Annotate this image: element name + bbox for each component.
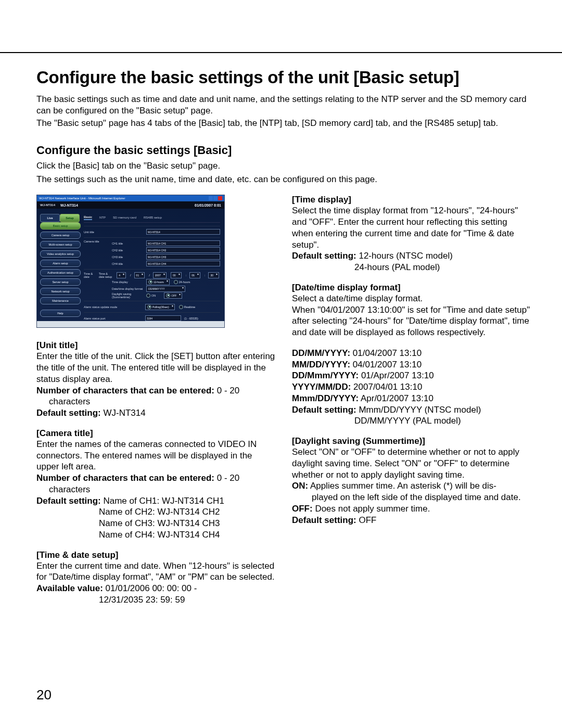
sidebar-item-maint[interactable]: Maintenance (40, 297, 81, 304)
main-panel: Basic NTP SD memory card RS485 setup Uni… (84, 214, 220, 328)
radio-realtime[interactable]: Realtime (179, 305, 196, 309)
sidebar-item-va[interactable]: Video analytics setup (40, 250, 81, 258)
heading-dst: [Daylight saving (Summertime)] (292, 436, 531, 446)
sidebar-item-auth[interactable]: Authentication setup (40, 269, 81, 276)
radio-24h[interactable]: 24-hours (174, 280, 190, 284)
radio-12h[interactable]: 12-hours (146, 279, 170, 285)
text-camera-default: Default setting: Name of CH1: WJ-NT314 C… (36, 495, 275, 507)
sel-year[interactable]: 2007 (153, 272, 167, 278)
sidebar-item-network[interactable]: Network setup (40, 288, 81, 295)
text-time-display: Select the time display format from "12-… (292, 205, 531, 250)
text-unit-title: Enter the title of the unit. Click the [… (36, 351, 275, 385)
intro-p2: The "Basic setup" page has 4 tabs of the… (36, 118, 531, 129)
label-ch1: CH1 title (112, 242, 143, 245)
main-tab-sd[interactable]: SD memory card (113, 216, 136, 219)
left-column: WJ-NT314 Network Interface Unit - Micros… (36, 195, 275, 605)
page-content: Configure the basic settings of the unit… (36, 68, 531, 606)
input-ch3[interactable] (146, 254, 220, 260)
main-tabs: Basic NTP SD memory card RS485 setup (84, 214, 220, 223)
sidebar-item-server[interactable]: Server setup (40, 278, 81, 286)
text-dst-on-cont: played on the left side of the displayed… (292, 492, 531, 503)
section-heading: Configure the basic settings [Basic] (36, 144, 531, 157)
app-header: WJ-NT314 WJ-NT314 01/01/2007 0:01 (37, 201, 224, 209)
text-dst: Select "ON" or "OFF" to determine whethe… (292, 446, 531, 480)
label-dtf: Date/time display format (112, 287, 143, 290)
text-unit-default: Default setting: WJ-NT314 (36, 407, 275, 419)
heading-dtf: [Date/time display format] (292, 283, 531, 293)
fmt-mm: MM/DD/YYYY: 04/01/2007 13:10 (292, 359, 531, 371)
label-ch4: CH4 title (112, 262, 143, 265)
horizontal-rule (0, 52, 562, 53)
tab-setup[interactable]: Setup (60, 214, 80, 222)
heading-unit-title: [Unit title] (36, 340, 275, 351)
label-time-display: Time display (112, 280, 143, 284)
sidebar-item-basic[interactable]: Basic setup (40, 222, 81, 229)
sidebar-item-alarm[interactable]: Alarm setup (40, 260, 81, 267)
text-camera-ch2: Name of CH2: WJ-NT314 CH2 (36, 506, 275, 518)
model-label: WJ-NT314 (60, 203, 78, 207)
sel-date-format[interactable]: DD/MM/YYYY (146, 286, 185, 292)
radio-dst-on[interactable]: ON (146, 293, 156, 298)
label-camera-title: Camera title (84, 240, 109, 243)
text-camera-ch4: Name of CH4: WJ-NT314 CH4 (36, 529, 275, 541)
text-time-default: Default setting: 12-hours (NTSC model) (292, 250, 531, 262)
input-ch2[interactable] (146, 247, 220, 253)
time-date-block: Time & date Time & date setup 4/ 01/ 200… (84, 269, 220, 301)
text-available-value-2: 12/31/2035 23: 59: 59 (36, 594, 275, 606)
text-dtf-2: When "04/01/2007 13:10:00" is set for "T… (292, 304, 531, 338)
text-unit-chars: Number of characters that can be entered… (36, 385, 275, 397)
window-titlebar: WJ-NT314 Network Interface Unit - Micros… (37, 195, 224, 201)
radio-polling[interactable]: Polling(30sec) (145, 304, 175, 310)
text-dst-default: Default setting: OFF (292, 515, 531, 526)
sel-mm[interactable]: 06 (189, 272, 200, 278)
main-tab-basic[interactable]: Basic (84, 215, 92, 220)
sidebar-item-help[interactable]: Help (40, 310, 81, 317)
heading-time-date-setup: [Time & date setup] (36, 550, 275, 560)
sidebar-item-multi[interactable]: Multi-screen setup (40, 241, 81, 248)
tab-live[interactable]: Live (40, 214, 60, 222)
browser-statusbar (37, 321, 224, 327)
two-column-layout: WJ-NT314 Network Interface Unit - Micros… (36, 195, 531, 605)
text-dtf-1: Select a date/time display format. (292, 293, 531, 304)
input-ch1[interactable] (146, 240, 220, 246)
input-unit-title[interactable] (146, 229, 220, 235)
sel-hh[interactable]: 00 (171, 272, 182, 278)
header-clock: 01/01/2007 0:01 (195, 203, 221, 207)
section-intro-1: Click the [Basic] tab on the "Basic setu… (36, 160, 531, 172)
fmt-mmm: Mmm/DD/YYYY: Apr/01/2007 13:10 (292, 393, 531, 404)
label-tds: Time & date setup (99, 272, 113, 278)
input-ch4[interactable] (146, 261, 220, 266)
label-time-date: Time & date (84, 272, 96, 278)
window-control-icons (208, 196, 222, 201)
label-unit-title: Unit title (84, 231, 109, 234)
sel-day[interactable]: 01 (134, 272, 145, 278)
text-camera-ch3: Name of CH3: WJ-NT314 CH3 (36, 518, 275, 529)
text-dst-on: ON: Applies summer time. An asterisk (*)… (292, 480, 531, 492)
intro-block: The basic settings such as time and date… (36, 94, 531, 129)
text-dst-off: OFF: Does not apply summer time. (292, 503, 531, 515)
heading-time-display: [Time display] (292, 195, 531, 205)
unit-title-block: Unit title (84, 226, 220, 237)
text-dtf-default: Default setting: Mmm/DD/YYYY (NTSC model… (292, 404, 531, 416)
main-tab-ntp[interactable]: NTP (99, 216, 106, 219)
sel-ss[interactable]: 30 (208, 272, 219, 278)
sidebar: Live Setup Basic setup Camera setup Mult… (40, 214, 81, 319)
sel-month[interactable]: 4 (117, 272, 126, 278)
window-title: WJ-NT314 Network Interface Unit - Micros… (39, 197, 125, 200)
text-time-default-pal: 24-hours (PAL model) (292, 262, 531, 273)
label-alarm-mode: Alarm status update mode (84, 305, 142, 309)
alarm-mode-block: Alarm status update mode Polling(30sec) … (84, 301, 220, 312)
text-camera-chars: Number of characters that can be entered… (36, 472, 275, 484)
label-ch2: CH2 title (112, 249, 143, 252)
intro-p1: The basic settings such as time and date… (36, 94, 531, 117)
app-body: Live Setup Basic setup Camera setup Mult… (37, 209, 224, 318)
text-available-value: Available value: 01/01/2006 00: 00: 00 - (36, 583, 275, 594)
label-ch3: CH3 title (112, 256, 143, 259)
text-camera-chars-word: characters (36, 484, 275, 495)
text-unit-chars-word: characters (36, 396, 275, 407)
input-alarm-port[interactable] (145, 315, 181, 321)
fmt-ddm: DD/Mmm/YYYY: 01/Apr/2007 13:10 (292, 370, 531, 381)
radio-dst-off[interactable]: OFF (164, 292, 182, 299)
main-tab-rs485[interactable]: RS485 setup (144, 216, 162, 219)
sidebar-item-camera[interactable]: Camera setup (40, 232, 81, 239)
